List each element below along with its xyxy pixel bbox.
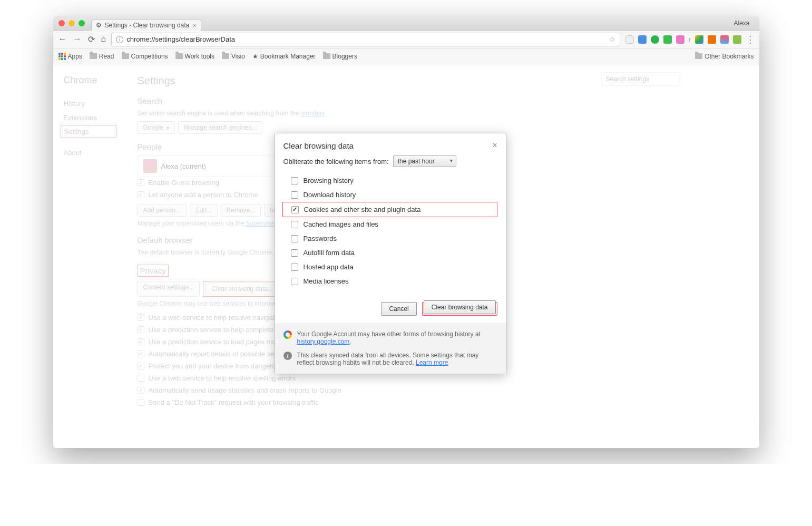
bookmark-label: Visio bbox=[231, 53, 245, 60]
google-logo-icon bbox=[283, 330, 292, 339]
bookmark-label: Competitions bbox=[131, 53, 168, 60]
ext-icon[interactable] bbox=[663, 35, 672, 44]
folder-icon bbox=[222, 53, 229, 59]
tab-title: Settings - Clear browsing data bbox=[105, 22, 190, 29]
checkbox-label: Cookies and other site and plugin data bbox=[304, 206, 421, 213]
history-google-link[interactable]: history.google.com bbox=[297, 338, 350, 345]
folder-icon bbox=[90, 53, 97, 59]
folder-icon bbox=[695, 53, 702, 59]
titlebar: ⚙ Settings - Clear browsing data × Alexa bbox=[53, 16, 759, 31]
checkbox[interactable] bbox=[291, 177, 298, 184]
info-icon: i bbox=[283, 352, 292, 360]
bookmark-label: Other Bookmarks bbox=[705, 53, 754, 60]
checkbox-label: Browsing history bbox=[304, 177, 354, 184]
ext-icon[interactable] bbox=[638, 35, 647, 44]
url-text: chrome://settings/clearBrowserData bbox=[126, 35, 235, 43]
ext-icon[interactable] bbox=[708, 35, 716, 44]
toolbar: ← → ⟳ ⌂ i chrome://settings/clearBrowser… bbox=[53, 31, 759, 48]
apps-shortcut[interactable]: Apps bbox=[58, 53, 82, 60]
close-window-icon[interactable] bbox=[58, 20, 65, 26]
content-area: Chrome History Extensions Settings About… bbox=[53, 64, 759, 448]
checkbox-label: Passwords bbox=[304, 235, 337, 242]
bookmark-folder[interactable]: Visio bbox=[222, 53, 245, 60]
bookmark-folder[interactable]: Bloggers bbox=[323, 53, 357, 60]
star-icon: ★ bbox=[252, 53, 258, 60]
gear-icon: ⚙ bbox=[96, 22, 102, 29]
ext-icon[interactable] bbox=[695, 35, 703, 44]
bookmark-folder[interactable]: Competitions bbox=[122, 53, 168, 60]
browser-window: ⚙ Settings - Clear browsing data × Alexa… bbox=[53, 16, 759, 448]
tab-close-icon[interactable]: × bbox=[192, 22, 197, 30]
clear-button-highlight: Clear browsing data bbox=[422, 302, 497, 316]
minimize-window-icon[interactable] bbox=[69, 20, 75, 26]
bookmark-star-icon[interactable]: ☆ bbox=[609, 35, 615, 43]
clear-browsing-data-confirm-button[interactable]: Clear browsing data bbox=[424, 300, 496, 314]
bookmark-label: Bookmark Manager bbox=[260, 53, 316, 60]
nav-controls: ← → ⟳ ⌂ bbox=[58, 34, 106, 44]
checkbox-label: Hosted app data bbox=[304, 263, 354, 271]
bookmarks-bar: Apps Read Competitions Work tools Visio … bbox=[53, 48, 759, 64]
checkbox-label: Cached images and files bbox=[304, 220, 378, 228]
obliterate-label: Obliterate the following items from: bbox=[283, 158, 389, 165]
omnibox[interactable]: i chrome://settings/clearBrowserData ☆ bbox=[111, 33, 620, 46]
time-range-select[interactable]: the past hour bbox=[393, 155, 456, 167]
browser-tab[interactable]: ⚙ Settings - Clear browsing data × bbox=[91, 20, 201, 31]
folder-icon bbox=[122, 53, 129, 59]
folder-icon bbox=[175, 53, 183, 59]
checkbox[interactable] bbox=[291, 191, 298, 199]
bookmark-manager[interactable]: ★Bookmark Manager bbox=[252, 53, 316, 60]
checkbox[interactable] bbox=[291, 206, 299, 213]
bookmark-label: Work tools bbox=[185, 53, 214, 60]
bookmark-label: Bloggers bbox=[332, 53, 357, 60]
checkbox[interactable] bbox=[291, 249, 298, 257]
window-controls bbox=[58, 20, 85, 26]
maximize-window-icon[interactable] bbox=[79, 20, 85, 26]
bookmark-label: Read bbox=[99, 53, 114, 60]
checkbox-label: Download history bbox=[304, 191, 356, 199]
ext-icon[interactable] bbox=[676, 35, 684, 44]
checkbox[interactable] bbox=[291, 278, 298, 285]
clear-browsing-data-dialog: Clear browsing data × Obliterate the fol… bbox=[275, 133, 506, 374]
bookmark-folder[interactable]: Read bbox=[90, 53, 114, 60]
checkbox[interactable] bbox=[291, 264, 298, 271]
checkbox-label: Autofill form data bbox=[304, 249, 355, 257]
ext-icon[interactable] bbox=[720, 35, 729, 44]
bookmark-folder[interactable]: Work tools bbox=[175, 53, 214, 60]
menu-icon[interactable]: ⋮ bbox=[746, 34, 754, 45]
checkbox[interactable] bbox=[291, 235, 298, 242]
other-bookmarks[interactable]: Other Bookmarks bbox=[695, 53, 754, 60]
reload-button[interactable]: ⟳ bbox=[88, 34, 95, 44]
checkbox-label: Media licenses bbox=[304, 277, 349, 285]
ext-icon[interactable] bbox=[651, 35, 659, 44]
extension-icons: r ⋮ bbox=[625, 34, 754, 45]
apps-label: Apps bbox=[68, 53, 82, 60]
site-info-icon[interactable]: i bbox=[116, 36, 123, 43]
checkbox[interactable] bbox=[291, 221, 298, 228]
apps-icon bbox=[58, 53, 66, 60]
dialog-close-icon[interactable]: × bbox=[492, 141, 497, 150]
ext-icon[interactable]: r bbox=[689, 36, 691, 43]
back-button[interactable]: ← bbox=[58, 34, 67, 44]
dialog-title: Clear browsing data bbox=[283, 141, 354, 150]
ext-icon[interactable] bbox=[625, 35, 634, 44]
dialog-footer: Your Google Account may have other forms… bbox=[275, 323, 506, 374]
learn-more-link[interactable]: Learn more bbox=[416, 359, 448, 366]
forward-button[interactable]: → bbox=[73, 34, 82, 44]
home-button[interactable]: ⌂ bbox=[101, 34, 106, 44]
folder-icon bbox=[323, 53, 330, 59]
cancel-button[interactable]: Cancel bbox=[381, 302, 416, 316]
profile-label[interactable]: Alexa bbox=[733, 20, 754, 27]
ext-icon[interactable] bbox=[733, 35, 741, 44]
